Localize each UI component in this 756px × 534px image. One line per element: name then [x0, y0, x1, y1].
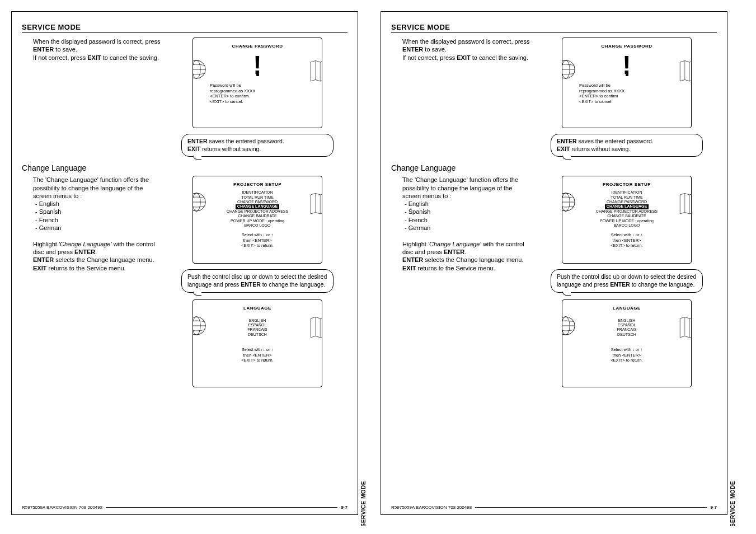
bubble-enter-exit: ENTER saves the entered password. EXIT r…: [181, 134, 334, 157]
projector-setup-screen: PROJECTOR SETUP IDENTIFICATION TOTAL RUN…: [562, 176, 692, 264]
map-icon: [308, 316, 322, 340]
map-icon: [308, 59, 322, 84]
change-password-screen: CHANGE PASSWORD ! Password will be repro…: [192, 38, 322, 128]
intro-text-1: When the displayed password is correct, …: [22, 38, 162, 157]
change-password-screen: CHANGE PASSWORD ! Password will be repro…: [562, 38, 692, 128]
bubble-enter-exit: ENTER saves the entered password. EXIT r…: [551, 134, 703, 157]
intro-text-1: When the displayed password is correct, …: [391, 38, 531, 157]
globe-icon: [562, 59, 576, 79]
section-change-language: Change Language: [22, 163, 348, 172]
change-language-text: The 'Change Language' function offers th…: [22, 176, 162, 387]
side-tab: SERVICE MODE: [360, 481, 366, 526]
bubble-select-language: Push the control disc up or down to sele…: [551, 269, 703, 292]
globe-icon: [562, 192, 576, 212]
globe-icon: [192, 59, 206, 79]
map-icon: [678, 59, 692, 84]
page-footer: R5975059A BARCOVISION 708 200498 9-7: [22, 505, 348, 510]
manual-page-right: SERVICE MODE When the displayed password…: [381, 11, 727, 515]
map-icon: [678, 316, 692, 340]
change-language-text: The 'Change Language' function offers th…: [391, 176, 531, 387]
side-tab: SERVICE MODE: [729, 481, 735, 526]
language-screen: LANGUAGE ENGLISH ESPAÑOL FRANCAIS DEUTSC…: [192, 299, 322, 387]
globe-icon: [192, 316, 206, 336]
exclamation-icon: !: [562, 60, 691, 76]
highlighted-menu-item: CHANGE LANGUAGE: [236, 204, 279, 209]
projector-setup-screen: PROJECTOR SETUP IDENTIFICATION TOTAL RUN…: [192, 176, 322, 264]
page-footer: R5975059A BARCOVISION 708 200498 9-7: [391, 505, 717, 510]
section-change-language: Change Language: [391, 163, 717, 172]
page-header: SERVICE MODE: [391, 23, 717, 33]
exclamation-icon: !: [193, 60, 322, 76]
highlighted-menu-item: CHANGE LANGUAGE: [605, 204, 649, 209]
globe-icon: [562, 316, 576, 336]
language-screen: LANGUAGE ENGLISH ESPAÑOL FRANCAIS DEUTSC…: [562, 299, 692, 387]
map-icon: [678, 192, 692, 217]
bubble-select-language: Push the control disc up or down to sele…: [181, 269, 334, 292]
page-header: SERVICE MODE: [22, 23, 348, 33]
globe-icon: [192, 192, 206, 212]
manual-page-left: SERVICE MODE When the displayed password…: [11, 11, 358, 515]
map-icon: [308, 192, 322, 217]
